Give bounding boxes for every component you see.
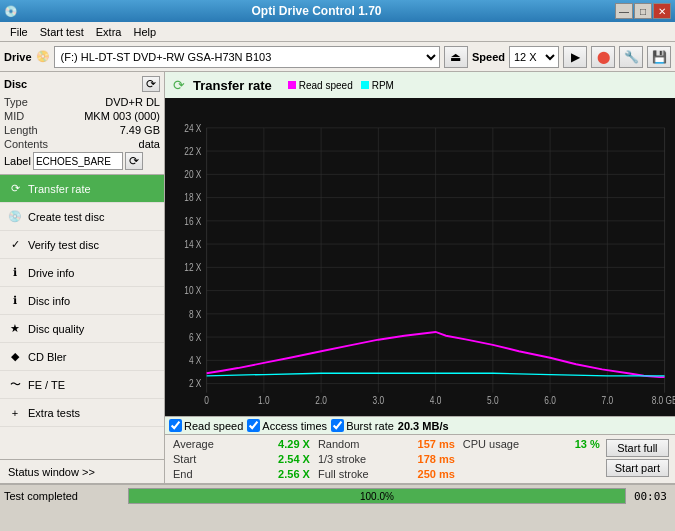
legend-rpm: RPM (361, 80, 394, 91)
stat-average-row: Average 4.29 X (169, 437, 314, 451)
svg-text:18 X: 18 X (184, 193, 202, 204)
extra-tests-icon: + (8, 406, 22, 420)
legend-read-speed: Read speed (288, 80, 353, 91)
burst-rate-check[interactable]: Burst rate (331, 419, 394, 432)
chart-container: 24 X 22 X 20 X 18 X 16 X 14 X 12 X 10 X … (165, 98, 675, 416)
access-times-check[interactable]: Access times (247, 419, 327, 432)
svg-text:10 X: 10 X (184, 286, 202, 297)
main-container: Disc ⟳ Type DVD+R DL MID MKM 003 (000) L… (0, 72, 675, 483)
read-speed-check-label: Read speed (184, 420, 243, 432)
access-times-check-label: Access times (262, 420, 327, 432)
disc-mid-label: MID (4, 110, 24, 122)
end-label: End (173, 468, 193, 480)
svg-text:6.0: 6.0 (544, 395, 556, 406)
full-stroke-value: 250 ms (418, 468, 455, 480)
action-buttons: Start full Start part (604, 437, 671, 481)
minimize-button[interactable]: — (615, 3, 633, 19)
drive-label: Drive (4, 51, 32, 63)
start-value: 2.54 X (278, 453, 310, 465)
nav-extra-tests-label: Extra tests (28, 407, 80, 419)
erase-button[interactable]: ⬤ (591, 46, 615, 68)
nav-fe-te[interactable]: 〜 FE / TE (0, 371, 164, 399)
start-full-button[interactable]: Start full (606, 439, 669, 457)
nav-disc-info[interactable]: ℹ Disc info (0, 287, 164, 315)
nav-disc-quality[interactable]: ★ Disc quality (0, 315, 164, 343)
disc-quality-icon: ★ (8, 322, 22, 336)
legend-read-speed-label: Read speed (299, 80, 353, 91)
stat-col-3: CPU usage 13 % (459, 437, 604, 481)
start-label: Start (173, 453, 196, 465)
disc-label-input[interactable] (33, 152, 123, 170)
nav-verify-test-disc[interactable]: ✓ Verify test disc (0, 231, 164, 259)
disc-length-value: 7.49 GB (120, 124, 160, 136)
burst-rate-check-label: Burst rate (346, 420, 394, 432)
titlebar-left: 💿 (4, 5, 18, 18)
start-part-button[interactable]: Start part (606, 459, 669, 477)
legend-rpm-dot (361, 81, 369, 89)
svg-text:8 X: 8 X (189, 309, 202, 320)
average-value: 4.29 X (278, 438, 310, 450)
random-value: 157 ms (418, 438, 455, 450)
access-times-checkbox[interactable] (247, 419, 260, 432)
svg-text:8.0 GB: 8.0 GB (652, 395, 675, 406)
maximize-button[interactable]: □ (634, 3, 652, 19)
disc-refresh-button[interactable]: ⟳ (142, 76, 160, 92)
svg-text:6 X: 6 X (189, 332, 202, 343)
nav-transfer-rate[interactable]: ⟳ Transfer rate (0, 175, 164, 203)
menu-start-test[interactable]: Start test (34, 24, 90, 40)
disc-info-panel: Disc ⟳ Type DVD+R DL MID MKM 003 (000) L… (0, 72, 164, 175)
nav-drive-info[interactable]: ℹ Drive info (0, 259, 164, 287)
read-speed-check[interactable]: Read speed (169, 419, 243, 432)
nav-drive-info-label: Drive info (28, 267, 74, 279)
cd-bler-icon: ◆ (8, 350, 22, 364)
app-title: Opti Drive Control 1.70 (18, 4, 615, 18)
action2-button[interactable]: 🔧 (619, 46, 643, 68)
transfer-rate-icon: ⟳ (8, 182, 22, 196)
legend-rpm-label: RPM (372, 80, 394, 91)
burst-rate-checkbox[interactable] (331, 419, 344, 432)
nav-cd-bler[interactable]: ◆ CD Bler (0, 343, 164, 371)
read-speed-checkbox[interactable] (169, 419, 182, 432)
statusbar: Test completed 100.0% 00:03 (0, 483, 675, 507)
chart-icon: ⟳ (173, 77, 185, 93)
chart-header: ⟳ Transfer rate Read speed RPM (165, 72, 675, 98)
fe-te-icon: 〜 (8, 378, 22, 392)
speed-select[interactable]: 12 X (509, 46, 559, 68)
verify-test-disc-icon: ✓ (8, 238, 22, 252)
menu-extra[interactable]: Extra (90, 24, 128, 40)
svg-text:14 X: 14 X (184, 239, 202, 250)
titlebar-controls: — □ ✕ (615, 3, 671, 19)
average-label: Average (173, 438, 214, 450)
nav-extra-tests[interactable]: + Extra tests (0, 399, 164, 427)
svg-text:22 X: 22 X (184, 146, 202, 157)
nav-create-test-disc[interactable]: 💿 Create test disc (0, 203, 164, 231)
full-stroke-label: Full stroke (318, 468, 369, 480)
svg-text:5.0: 5.0 (487, 395, 499, 406)
status-window-button[interactable]: Status window >> (0, 459, 164, 483)
menu-file[interactable]: File (4, 24, 34, 40)
nav-disc-info-label: Disc info (28, 295, 70, 307)
disc-label-label: Label (4, 155, 31, 167)
progress-percent: 100.0% (129, 489, 625, 503)
disc-contents-value: data (139, 138, 160, 150)
nav-disc-quality-label: Disc quality (28, 323, 84, 335)
nav-cd-bler-label: CD Bler (28, 351, 67, 363)
disc-mid-value: MKM 003 (000) (84, 110, 160, 122)
save-button[interactable]: 💾 (647, 46, 671, 68)
menu-help[interactable]: Help (127, 24, 162, 40)
disc-label-refresh-button[interactable]: ⟳ (125, 152, 143, 170)
stroke13-value: 178 ms (418, 453, 455, 465)
stat-col-2: Random 157 ms 1/3 stroke 178 ms Full str… (314, 437, 459, 481)
speed-confirm-button[interactable]: ▶ (563, 46, 587, 68)
drive-select[interactable]: (F:) HL-DT-ST DVD+-RW GSA-H73N B103 (54, 46, 440, 68)
titlebar: 💿 Opti Drive Control 1.70 — □ ✕ (0, 0, 675, 22)
nav-transfer-rate-label: Transfer rate (28, 183, 91, 195)
svg-text:0: 0 (204, 395, 209, 406)
eject-button[interactable]: ⏏ (444, 46, 468, 68)
stat-full-stroke-row: Full stroke 250 ms (314, 467, 459, 481)
stats-numbers: Average 4.29 X Start 2.54 X End 2.56 X R… (165, 434, 675, 483)
nav-items: ⟳ Transfer rate 💿 Create test disc ✓ Ver… (0, 175, 164, 459)
close-button[interactable]: ✕ (653, 3, 671, 19)
disc-type-value: DVD+R DL (105, 96, 160, 108)
drive-info-icon: ℹ (8, 266, 22, 280)
